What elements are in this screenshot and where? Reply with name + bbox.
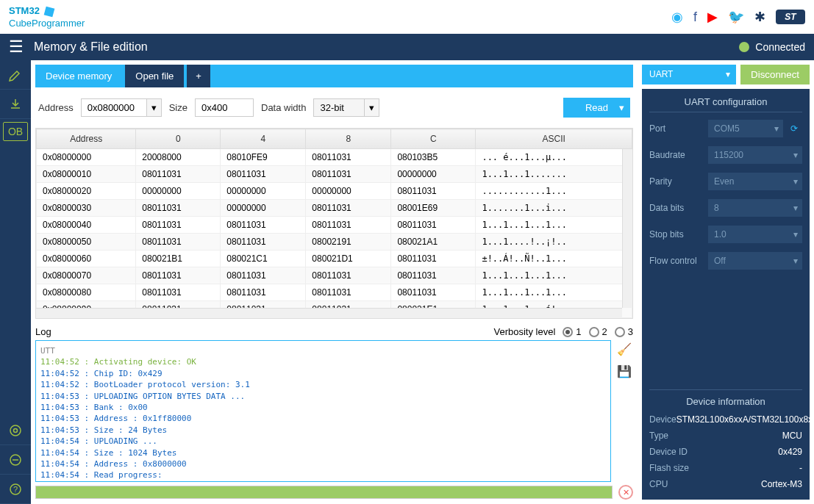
cell[interactable]: 080021A1 [391,234,476,251]
cell[interactable]: 1.......1...i... [476,200,632,217]
connection-type-select[interactable]: UART [642,65,736,84]
verbosity-2[interactable]: 2 [589,326,607,337]
cell[interactable]: 08011031 [136,234,221,251]
youtube-icon[interactable]: ▶ [707,9,718,25]
cell[interactable]: 20008000 [136,149,221,166]
col-ascii[interactable]: ASCII [476,129,632,149]
cell[interactable]: 08011031 [221,234,306,251]
save-log-icon[interactable]: 💾 [615,362,633,380]
cell[interactable]: 08011031 [306,267,391,284]
stopbits-select[interactable]: 1.0 [708,226,802,243]
port-select[interactable]: COM5 [708,120,783,137]
cell[interactable]: 08011031 [221,217,306,234]
table-row[interactable]: 0x08000060080021B1080021C1080021D1080110… [37,251,632,267]
cell[interactable]: 00000000 [221,200,306,217]
cell[interactable]: 0x08000020 [37,183,136,200]
cell[interactable]: 1...1...1....... [476,166,632,183]
cell[interactable]: 08011031 [136,166,221,183]
table-hscroll[interactable] [36,308,622,318]
facebook-icon[interactable]: f [693,10,697,25]
cell[interactable]: 00000000 [306,183,391,200]
cell[interactable]: ... é...1...µ... [476,149,632,166]
table-row[interactable]: 0x0800003008011031000000000801103108001E… [37,200,632,217]
sidebar-download[interactable] [0,90,31,119]
table-row[interactable]: 0x08000070080110310801103108011031080110… [37,267,632,284]
share-icon[interactable]: ✱ [754,9,765,25]
cell[interactable]: 0x08000070 [37,267,136,284]
table-row[interactable]: 0x08000050080110310801103108002191080021… [37,234,632,251]
col-4[interactable]: 4 [221,129,306,149]
sidebar-settings[interactable] [0,416,31,445]
clear-log-icon[interactable]: 🧹 [615,340,633,358]
table-vscroll[interactable] [622,149,632,308]
cell[interactable]: 08011031 [306,217,391,234]
menu-icon[interactable]: ☰ [9,37,24,57]
sidebar-erase[interactable] [0,445,31,475]
baud-select[interactable]: 115200 [708,146,802,164]
st-logo-icon[interactable]: ST [776,10,805,24]
col-8[interactable]: 8 [306,129,391,149]
databits-select[interactable]: 8 [708,199,802,217]
datawidth-select[interactable] [313,98,365,117]
cell[interactable]: 1...1....!..¡!.. [476,234,632,251]
cell[interactable]: 08011031 [391,267,476,284]
log-box[interactable]: UTT11:04:52 : Activating device: OK11:04… [35,340,611,482]
flow-select[interactable]: Off [708,252,802,270]
cell[interactable]: 0x08000060 [37,251,136,267]
table-row[interactable]: 0x08000080080110310801103108011031080110… [37,284,632,301]
verbosity-1[interactable]: 1 [563,326,581,337]
cell[interactable]: 1...1...1...1... [476,267,632,284]
cell[interactable]: 1...1...1...1... [476,284,632,301]
verbosity-3[interactable]: 3 [615,326,633,337]
cell[interactable]: 08011031 [306,166,391,183]
cell[interactable]: 08011031 [136,284,221,301]
datawidth-dropdown-icon[interactable]: ▾ [365,98,379,117]
cell[interactable]: 080021B1 [136,251,221,267]
parity-select[interactable]: Even [708,173,802,190]
cancel-progress-icon[interactable]: ✕ [618,485,633,500]
read-button[interactable]: Read [563,98,630,118]
cell[interactable]: 08011031 [136,267,221,284]
size-input[interactable] [195,98,254,117]
cell[interactable]: 08011031 [391,284,476,301]
cell[interactable]: 0x08000040 [37,217,136,234]
cell[interactable]: 08011031 [136,217,221,234]
cell[interactable]: 08010FE9 [221,149,306,166]
twitter-icon[interactable]: 🐦 [728,9,744,25]
cell[interactable]: 08011031 [221,284,306,301]
table-row[interactable]: 0x08000010080110310801103108011031000000… [37,166,632,183]
cell[interactable]: 080103B5 [391,149,476,166]
disconnect-button[interactable]: Disconnect [740,65,810,84]
cell[interactable]: 0x08000030 [37,200,136,217]
cell[interactable]: 080021D1 [306,251,391,267]
table-row[interactable]: 0x08000020000000000000000000000000080110… [37,183,632,200]
cell[interactable]: 08011031 [306,200,391,217]
sidebar-help[interactable]: ? [0,475,31,504]
col-address[interactable]: Address [37,129,136,149]
cell[interactable]: 08011031 [306,149,391,166]
tab-add[interactable]: + [187,65,210,87]
address-dropdown-icon[interactable]: ▾ [147,98,162,117]
cell[interactable]: 08001E69 [391,200,476,217]
cell[interactable]: 08002191 [306,234,391,251]
cell[interactable]: 08011031 [391,251,476,267]
cell[interactable]: ............1... [476,183,632,200]
cell[interactable]: 0x08000000 [37,149,136,166]
sidebar-edit[interactable] [0,60,31,90]
cell[interactable]: 0x08000010 [37,166,136,183]
cell[interactable]: ±!..Á!..Ñ!..1... [476,251,632,267]
cell[interactable]: 0x08000050 [37,234,136,251]
table-row[interactable]: 0x08000040080110310801103108011031080110… [37,217,632,234]
cell[interactable]: 00000000 [136,183,221,200]
cell[interactable]: 00000000 [221,183,306,200]
cell[interactable]: 080021C1 [221,251,306,267]
sidebar-ob[interactable]: OB [3,122,28,141]
cell[interactable]: 0x08000080 [37,284,136,301]
badge-icon[interactable]: ◉ [671,9,683,25]
cell[interactable]: 08011031 [136,200,221,217]
tab-open-file[interactable]: Open file [125,65,184,87]
cell[interactable]: 1...1...1...1... [476,217,632,234]
cell[interactable]: 08011031 [391,217,476,234]
address-input[interactable] [81,98,147,117]
port-refresh-icon[interactable]: ⟳ [786,123,802,134]
